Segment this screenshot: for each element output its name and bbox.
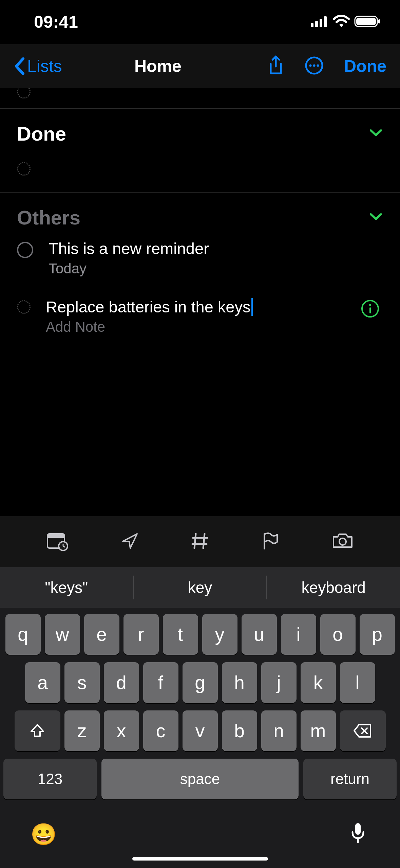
- key-j[interactable]: j: [261, 662, 297, 703]
- status-time: 09:41: [34, 12, 78, 32]
- key-n[interactable]: n: [261, 710, 297, 751]
- nav-bar: Lists Home Done: [0, 44, 400, 88]
- cellular-icon: [311, 16, 328, 29]
- suggestion-3[interactable]: keyboard: [267, 567, 400, 608]
- svg-rect-5: [356, 18, 376, 25]
- key-v[interactable]: v: [183, 710, 218, 751]
- svg-rect-2: [320, 19, 322, 27]
- reminder-date: Today: [49, 260, 383, 277]
- chevron-down-icon: [369, 212, 383, 223]
- section-title: Others: [17, 206, 80, 229]
- svg-rect-0: [311, 23, 313, 27]
- svg-rect-6: [378, 19, 380, 23]
- key-t[interactable]: t: [163, 614, 198, 655]
- svg-point-8: [309, 65, 312, 67]
- svg-rect-15: [47, 534, 64, 538]
- svg-rect-18: [355, 823, 361, 835]
- section-header-others[interactable]: Others: [0, 193, 400, 229]
- key-k[interactable]: k: [301, 662, 336, 703]
- numeric-key[interactable]: 123: [3, 759, 97, 799]
- key-q[interactable]: q: [5, 614, 41, 655]
- key-g[interactable]: g: [183, 662, 218, 703]
- done-button[interactable]: Done: [344, 56, 386, 76]
- key-s[interactable]: s: [64, 662, 100, 703]
- status-indicators: [311, 15, 381, 29]
- location-icon[interactable]: [120, 531, 140, 552]
- chevron-left-icon: [14, 57, 25, 76]
- more-icon[interactable]: [305, 56, 324, 76]
- completion-circle-icon: [17, 162, 31, 176]
- wifi-icon: [332, 15, 350, 29]
- svg-rect-13: [369, 307, 371, 313]
- reminder-quick-toolbar: [0, 516, 400, 567]
- reminder-title: This is a new reminder: [49, 239, 383, 258]
- section-header-done[interactable]: Done: [0, 109, 400, 145]
- key-i[interactable]: i: [281, 614, 316, 655]
- share-icon[interactable]: [267, 55, 284, 77]
- info-icon[interactable]: [361, 299, 380, 320]
- status-bar: 09:41: [0, 0, 400, 44]
- key-w[interactable]: w: [45, 614, 80, 655]
- home-indicator[interactable]: [132, 857, 268, 861]
- page-title: Home: [49, 56, 267, 76]
- backspace-key[interactable]: [340, 710, 386, 751]
- key-l[interactable]: l: [340, 662, 375, 703]
- calendar-icon[interactable]: [46, 531, 69, 552]
- reminder-title-input[interactable]: Replace batteries in the keys: [46, 297, 251, 316]
- key-d[interactable]: d: [104, 662, 139, 703]
- key-a[interactable]: a: [25, 662, 60, 703]
- completion-circle-icon: [17, 88, 31, 98]
- reminder-item-editing[interactable]: Replace batteries in the keys Add Note: [0, 287, 400, 345]
- reminder-list: Done Others This is a new reminder Today: [0, 88, 400, 516]
- space-key[interactable]: space: [101, 759, 299, 799]
- suggestion-2[interactable]: key: [134, 567, 267, 608]
- svg-point-12: [369, 304, 371, 306]
- key-c[interactable]: c: [143, 710, 178, 751]
- section-title: Done: [17, 122, 66, 145]
- key-y[interactable]: y: [202, 614, 237, 655]
- key-r[interactable]: r: [123, 614, 159, 655]
- svg-point-9: [313, 65, 316, 67]
- note-placeholder[interactable]: Add Note: [46, 319, 383, 335]
- svg-point-10: [317, 65, 319, 67]
- key-p[interactable]: p: [360, 614, 395, 655]
- svg-point-17: [339, 538, 346, 545]
- chevron-down-icon: [369, 128, 383, 139]
- key-u[interactable]: u: [242, 614, 277, 655]
- on-screen-keyboard: qwertyuiop asdfghjkl zxcvbnm 123 space r…: [0, 608, 400, 868]
- key-o[interactable]: o: [320, 614, 356, 655]
- completion-circle-icon[interactable]: [17, 242, 33, 258]
- svg-rect-1: [315, 21, 318, 27]
- key-h[interactable]: h: [222, 662, 257, 703]
- keyboard-suggestions: "keys" key keyboard: [0, 567, 400, 608]
- partial-row-above: [0, 88, 400, 109]
- hashtag-icon[interactable]: [191, 532, 209, 551]
- completion-circle-icon[interactable]: [17, 300, 31, 314]
- emoji-key[interactable]: 😀: [31, 822, 57, 847]
- key-m[interactable]: m: [301, 710, 336, 751]
- svg-rect-3: [324, 16, 327, 27]
- shift-key[interactable]: [15, 710, 60, 751]
- camera-icon[interactable]: [331, 532, 354, 551]
- return-key[interactable]: return: [303, 759, 397, 799]
- key-e[interactable]: e: [84, 614, 119, 655]
- text-cursor: [251, 298, 253, 316]
- flag-icon[interactable]: [261, 531, 280, 552]
- key-x[interactable]: x: [104, 710, 139, 751]
- reminder-item[interactable]: This is a new reminder Today: [0, 229, 400, 287]
- key-z[interactable]: z: [64, 710, 100, 751]
- key-b[interactable]: b: [222, 710, 257, 751]
- key-f[interactable]: f: [143, 662, 178, 703]
- dictation-icon[interactable]: [350, 822, 366, 846]
- new-reminder-placeholder-row[interactable]: [0, 145, 400, 193]
- suggestion-1[interactable]: "keys": [0, 567, 133, 608]
- battery-icon: [354, 15, 381, 29]
